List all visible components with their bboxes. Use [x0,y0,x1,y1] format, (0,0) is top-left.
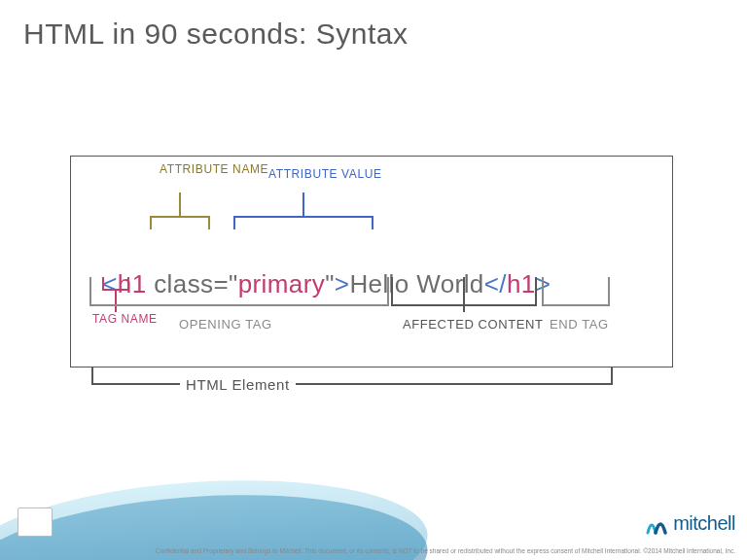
label-affected-content: AFFECTED CONTENT [403,317,544,332]
label-attribute-value: ATTRIBUTE VALUE [268,167,356,181]
label-html-element: HTML Element [180,376,296,393]
label-attribute-name: ATTRIBUTE NAME [160,163,237,177]
stem-affected-content [463,277,465,312]
page-number-box [18,508,53,537]
bracket-attribute-name [150,216,210,229]
slide-title: HTML in 90 seconds: Syntax [23,18,408,51]
stem-attribute-value [302,192,304,216]
bracket-attribute-value [233,216,374,229]
stem-attribute-name [179,192,181,216]
mitchell-logo: mitchell [646,512,735,535]
bracket-end-tag [542,277,610,306]
mitchell-logo-text: mitchell [673,512,735,535]
bracket-html-element [91,368,613,385]
label-opening-tag: OPENING TAG [179,317,272,332]
label-end-tag: END TAG [550,317,609,332]
bracket-opening-tag [89,277,389,306]
mitchell-logo-icon [646,513,671,535]
footer-swoosh-front [0,466,432,560]
label-tag-name: TAG NAME [92,313,141,327]
footer-legal: Confidential and Proprietary and Belongs… [156,547,735,554]
